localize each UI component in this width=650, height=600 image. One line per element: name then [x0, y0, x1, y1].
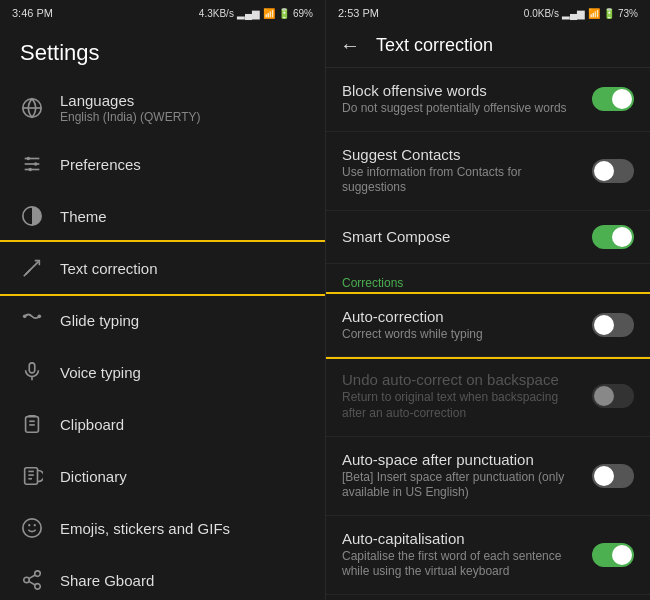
- suggest-contacts-text: Suggest Contacts Use information from Co…: [342, 146, 584, 196]
- suggest-contacts-label: Suggest Contacts: [342, 146, 584, 163]
- clipboard-label: Clipboard: [60, 416, 124, 433]
- share-label: Share Gboard: [60, 572, 154, 589]
- right-status-bar: 2:53 PM 0.0KB/s ▂▄▆ 📶 🔋 73%: [326, 0, 650, 24]
- sidebar-item-voice-typing[interactable]: Voice typing: [0, 346, 325, 398]
- svg-point-25: [35, 571, 41, 577]
- auto-space-text: Auto-space after punctuation [Beta] Inse…: [342, 451, 584, 501]
- auto-correction-text: Auto-correction Correct words while typi…: [342, 308, 584, 343]
- auto-capitalisation-text: Auto-capitalisation Capitalise the first…: [342, 530, 584, 580]
- undo-auto-correct-toggle[interactable]: [592, 384, 634, 408]
- right-wifi-icon: 📶: [588, 8, 600, 19]
- languages-text: Languages English (India) (QWERTY): [60, 92, 200, 124]
- suggest-contacts-knob: [594, 161, 614, 181]
- menu-list: Languages English (India) (QWERTY) Prefe…: [0, 78, 325, 600]
- auto-correction-item[interactable]: Auto-correction Correct words while typi…: [326, 294, 650, 358]
- preferences-label: Preferences: [60, 156, 141, 173]
- right-battery-icon: 🔋: [603, 8, 615, 19]
- svg-point-27: [35, 584, 41, 590]
- undo-auto-correct-text: Undo auto-correct on backspace Return to…: [342, 371, 584, 421]
- suggest-contacts-toggle[interactable]: [592, 159, 634, 183]
- block-offensive-text: Block offensive words Do not suggest pot…: [342, 82, 584, 117]
- auto-space-label: Auto-space after punctuation: [342, 451, 584, 468]
- sidebar-item-glide-typing[interactable]: Glide typing: [0, 294, 325, 346]
- auto-space-item[interactable]: Auto-space after punctuation [Beta] Inse…: [326, 437, 650, 516]
- block-offensive-knob: [612, 89, 632, 109]
- undo-auto-correct-item[interactable]: Undo auto-correct on backspace Return to…: [326, 357, 650, 436]
- auto-capitalisation-item[interactable]: Auto-capitalisation Capitalise the first…: [326, 516, 650, 595]
- right-network: 0.0KB/s: [524, 8, 559, 19]
- undo-auto-correct-label: Undo auto-correct on backspace: [342, 371, 584, 388]
- auto-correction-toggle[interactable]: [592, 313, 634, 337]
- svg-point-7: [28, 168, 32, 172]
- clipboard-icon: [20, 412, 44, 436]
- svg-point-22: [23, 519, 41, 537]
- right-time: 2:53 PM: [338, 7, 379, 19]
- left-panel: 3:46 PM 4.3KB/s ▂▄▆ 📶 🔋 69% Settings Lan…: [0, 0, 325, 600]
- sliders-icon: [20, 152, 44, 176]
- emojis-label: Emojis, stickers and GIFs: [60, 520, 230, 537]
- sidebar-item-text-correction[interactable]: Text correction: [0, 242, 325, 294]
- sidebar-item-languages[interactable]: Languages English (India) (QWERTY): [0, 78, 325, 138]
- emoji-icon: [20, 516, 44, 540]
- theme-label: Theme: [60, 208, 107, 225]
- svg-rect-18: [25, 468, 38, 485]
- auto-capitalisation-knob: [612, 545, 632, 565]
- svg-line-10: [24, 270, 30, 276]
- auto-space-knob: [594, 466, 614, 486]
- auto-capitalisation-toggle[interactable]: [592, 543, 634, 567]
- svg-point-12: [38, 315, 42, 319]
- glide-typing-label: Glide typing: [60, 312, 139, 329]
- suggest-contacts-item[interactable]: Suggest Contacts Use information from Co…: [326, 132, 650, 211]
- auto-correction-desc: Correct words while typing: [342, 327, 584, 343]
- svg-point-26: [24, 577, 30, 583]
- back-button[interactable]: ←: [340, 34, 360, 57]
- sidebar-item-emojis[interactable]: Emojis, stickers and GIFs: [0, 502, 325, 554]
- dictionary-icon: [20, 464, 44, 488]
- left-status-icons: 4.3KB/s ▂▄▆ 📶 🔋 69%: [199, 8, 313, 19]
- block-offensive-toggle[interactable]: [592, 87, 634, 111]
- wand-icon: [20, 256, 44, 280]
- sidebar-item-dictionary[interactable]: Dictionary: [0, 450, 325, 502]
- corrections-section-header: Corrections: [326, 264, 650, 294]
- sidebar-item-clipboard[interactable]: Clipboard: [0, 398, 325, 450]
- sidebar-item-preferences[interactable]: Preferences: [0, 138, 325, 190]
- right-header: ← Text correction: [326, 24, 650, 68]
- right-panel: 2:53 PM 0.0KB/s ▂▄▆ 📶 🔋 73% ← Text corre…: [325, 0, 650, 600]
- smart-compose-knob: [612, 227, 632, 247]
- theme-icon: [20, 204, 44, 228]
- svg-line-29: [29, 575, 35, 579]
- block-offensive-item[interactable]: Block offensive words Do not suggest pot…: [326, 68, 650, 132]
- svg-point-11: [23, 315, 27, 319]
- block-offensive-label: Block offensive words: [342, 82, 584, 99]
- right-status-icons: 0.0KB/s ▂▄▆ 📶 🔋 73%: [524, 8, 638, 19]
- mic-icon: [20, 360, 44, 384]
- auto-space-toggle[interactable]: [592, 464, 634, 488]
- right-signal-icon: ▂▄▆: [562, 8, 585, 19]
- smart-compose-item[interactable]: Smart Compose: [326, 211, 650, 264]
- smart-compose-label: Smart Compose: [342, 228, 584, 245]
- languages-sublabel: English (India) (QWERTY): [60, 110, 200, 124]
- undo-auto-correct-knob: [594, 386, 614, 406]
- voice-typing-label: Voice typing: [60, 364, 141, 381]
- sidebar-item-theme[interactable]: Theme: [0, 190, 325, 242]
- auto-correction-label: Auto-correction: [342, 308, 584, 325]
- smart-compose-text: Smart Compose: [342, 228, 584, 245]
- svg-rect-13: [29, 363, 35, 373]
- auto-capitalisation-desc: Capitalise the first word of each senten…: [342, 549, 584, 580]
- auto-capitalisation-label: Auto-capitalisation: [342, 530, 584, 547]
- auto-space-desc: [Beta] Insert space after punctuation (o…: [342, 470, 584, 501]
- share-icon: [20, 568, 44, 592]
- auto-correction-knob: [594, 315, 614, 335]
- battery-icon: 🔋: [278, 8, 290, 19]
- undo-auto-correct-desc: Return to original text when backspacing…: [342, 390, 584, 421]
- settings-title: Settings: [0, 24, 325, 78]
- signal-icon: ▂▄▆: [237, 8, 260, 19]
- right-panel-title: Text correction: [376, 35, 493, 56]
- left-network: 4.3KB/s: [199, 8, 234, 19]
- left-status-bar: 3:46 PM 4.3KB/s ▂▄▆ 📶 🔋 69%: [0, 0, 325, 24]
- svg-point-5: [27, 157, 31, 161]
- smart-compose-toggle[interactable]: [592, 225, 634, 249]
- sidebar-item-share[interactable]: Share Gboard: [0, 554, 325, 600]
- suggest-contacts-desc: Use information from Contacts for sugges…: [342, 165, 584, 196]
- languages-label: Languages: [60, 92, 200, 109]
